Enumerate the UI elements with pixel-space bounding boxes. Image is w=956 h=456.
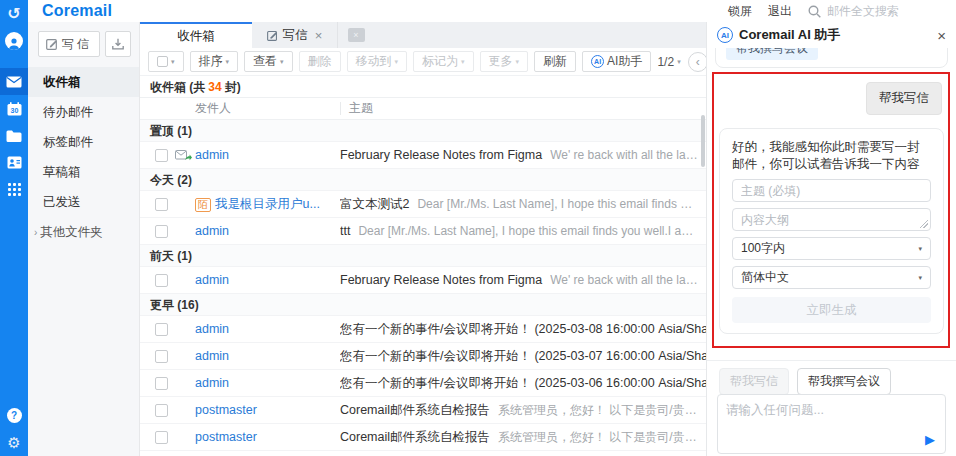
chevron-right-icon: › [34, 227, 37, 238]
subject-cell[interactable]: tttDear [Mr./Ms. Last Name], I hope this… [340, 224, 706, 238]
receive-mail-button[interactable] [105, 31, 131, 57]
subject-cell[interactable]: February Release Notes from FigmaWe' re … [340, 273, 706, 287]
mark-button[interactable]: 标记为▾ [413, 51, 474, 72]
sender-name[interactable]: admin [195, 349, 340, 363]
subject-cell[interactable]: February Release Notes from FigmaWe' re … [340, 148, 706, 162]
sender-name[interactable]: 陌我是根目录用户u... [195, 196, 340, 213]
language-select[interactable]: 简体中文▾ [732, 266, 931, 289]
resize-handle[interactable] [920, 220, 928, 228]
prev-page-button[interactable]: ‹ [688, 52, 708, 72]
email-row[interactable]: postmasterCoremail邮件系统自检报告系统管理员，您好！ 以下是贵… [140, 424, 706, 451]
folder-other[interactable]: ›其他文件夹 [28, 217, 139, 247]
list-title: 收件箱 (共34封) [140, 75, 706, 98]
row-checkbox[interactable] [155, 225, 168, 238]
delete-button[interactable]: 删除 [299, 51, 341, 72]
avatar[interactable] [0, 27, 28, 54]
sender-name[interactable]: postmaster [195, 403, 340, 417]
settings-icon[interactable]: ⚙ [0, 429, 28, 456]
subject-cell[interactable]: Coremail邮件系统自检报告系统管理员，您好！ 以下是贵司/贵单位的邮件系统… [340, 429, 706, 446]
contacts-icon[interactable] [0, 149, 28, 176]
subject-field[interactable] [741, 184, 922, 198]
subject-cell[interactable]: 您有一个新的事件/会议即将开始！ (2025-03-06 16:00:00 As… [340, 375, 706, 392]
folder-todo[interactable]: 待办邮件 [28, 97, 139, 127]
mail-icon[interactable] [0, 68, 28, 95]
page-indicator[interactable]: 1/2▾ [657, 55, 680, 69]
folder-icon[interactable] [0, 122, 28, 149]
subject-cell[interactable]: Coremail邮件系统自检报告系统管理员，您好！ 以下是贵司/贵单位的邮件系统… [340, 402, 706, 419]
sender-name[interactable]: admin [195, 273, 340, 287]
subject-cell[interactable]: 您有一个新的事件/会议即将开始！ (2025-03-08 16:00:00 As… [340, 321, 706, 338]
email-row[interactable]: admin您有一个新的事件/会议即将开始！ (2025-03-06 16:00:… [140, 370, 706, 397]
row-checkbox[interactable] [155, 198, 168, 211]
left-rail: ↺ 30 ? ⚙ [0, 0, 28, 456]
email-row[interactable]: postmasterCoremail邮件系统自检报告系统管理员，您好！ 以下是贵… [140, 397, 706, 424]
sender-name[interactable]: admin [195, 224, 340, 238]
preview-text: Dear [Mr./Ms. Last Name], I hope this em… [417, 197, 698, 211]
ask-input-box: ▶ [717, 394, 946, 454]
outline-field-wrap [732, 208, 931, 231]
tab-compose[interactable]: 写信 × [252, 22, 338, 48]
select-all-checkbox[interactable] [157, 56, 168, 67]
close-tab-icon[interactable]: × [315, 28, 323, 43]
row-checkbox[interactable] [155, 149, 168, 162]
refresh-button[interactable]: 刷新 [534, 51, 576, 72]
folder-drafts[interactable]: 草稿箱 [28, 157, 139, 187]
close-panel-icon[interactable]: × [937, 27, 946, 44]
compose-icon [267, 30, 278, 41]
email-row[interactable]: admintttDear [Mr./Ms. Last Name], I hope… [140, 218, 706, 245]
user-write-mail-bubble[interactable]: 帮我写信 [866, 82, 942, 115]
outline-field[interactable] [741, 213, 922, 227]
sender-name[interactable]: postmaster [195, 430, 340, 444]
row-checkbox[interactable] [155, 404, 168, 417]
tab-ghost: × [338, 22, 374, 48]
email-row[interactable]: adminFebruary Release Notes from FigmaWe… [140, 142, 706, 169]
folder-tagged[interactable]: 标签邮件 [28, 127, 139, 157]
email-row[interactable]: 陌我是根目录用户u...富文本测试2Dear [Mr./Ms. Last Nam… [140, 191, 706, 218]
search-input[interactable] [827, 4, 937, 18]
generate-button[interactable]: 立即生成 [732, 297, 931, 323]
subject-cell[interactable]: 富文本测试2Dear [Mr./Ms. Last Name], I hope t… [340, 196, 706, 213]
sort-button[interactable]: 排序▾ [190, 51, 239, 72]
tab-inbox[interactable]: 收件箱 [140, 22, 252, 48]
move-button[interactable]: 移动到▾ [347, 51, 408, 72]
sender-name[interactable]: admin [195, 376, 340, 390]
email-row[interactable]: adminFebruary Release Notes from FigmaWe… [140, 267, 706, 294]
select-all-dropdown[interactable]: ▾ [148, 51, 184, 72]
logout-link[interactable]: 退出 [768, 3, 792, 20]
lock-screen-link[interactable]: 锁屏 [728, 3, 752, 20]
calendar-icon[interactable]: 30 [0, 95, 28, 122]
email-row[interactable]: admin您有一个新的事件/会议即将开始！ (2025-03-08 16:00:… [140, 316, 706, 343]
send-icon[interactable]: ▶ [925, 432, 935, 447]
subject-cell[interactable]: 您有一个新的事件/会议即将开始！ (2025-03-07 16:00:00 As… [340, 348, 706, 365]
row-checkbox[interactable] [155, 323, 168, 336]
ai-assistant-button[interactable]: AIAI助手 [582, 51, 651, 72]
email-row[interactable]: postmasterCoremail邮件系统自检报告系统管理员，您好！ 以下是贵… [140, 451, 706, 456]
write-meeting-chip[interactable]: 帮我撰写会议 [797, 368, 891, 395]
search-icon [808, 5, 821, 18]
undo-icon[interactable]: ↺ [0, 0, 28, 27]
folder-inbox[interactable]: 收件箱 [28, 67, 139, 97]
row-checkbox[interactable] [155, 274, 168, 287]
length-select[interactable]: 100字内▾ [732, 237, 931, 260]
apps-icon[interactable] [0, 176, 28, 203]
email-row[interactable]: admin您有一个新的事件/会议即将开始！ (2025-03-07 16:00:… [140, 343, 706, 370]
compose-button[interactable]: 写信 [38, 31, 100, 57]
chevron-down-icon: ▾ [918, 274, 922, 282]
ask-input[interactable] [726, 402, 937, 434]
sender-name[interactable]: admin [195, 148, 340, 162]
row-checkbox[interactable] [155, 377, 168, 390]
help-icon[interactable]: ? [0, 402, 28, 429]
view-button[interactable]: 查看▾ [244, 51, 293, 72]
meeting-chip-top[interactable]: 帮我撰写会议 [726, 48, 818, 60]
list-toolbar: ▾ 排序▾ 查看▾ 删除 移动到▾ 标记为▾ 更多▾ 刷新 AIAI助手 1/2… [140, 48, 706, 75]
folder-sent[interactable]: 已发送 [28, 187, 139, 217]
preview-text: We' re back with all the latest Figma up… [550, 273, 698, 287]
row-checkbox[interactable] [155, 350, 168, 363]
more-button[interactable]: 更多▾ [480, 51, 529, 72]
sender-name[interactable]: admin [195, 322, 340, 336]
global-search[interactable] [808, 4, 948, 18]
list-scrollbar[interactable] [701, 115, 705, 167]
column-sender: 发件人 [140, 100, 340, 117]
write-mail-chip[interactable]: 帮我写信 [719, 368, 789, 395]
row-checkbox[interactable] [155, 431, 168, 444]
